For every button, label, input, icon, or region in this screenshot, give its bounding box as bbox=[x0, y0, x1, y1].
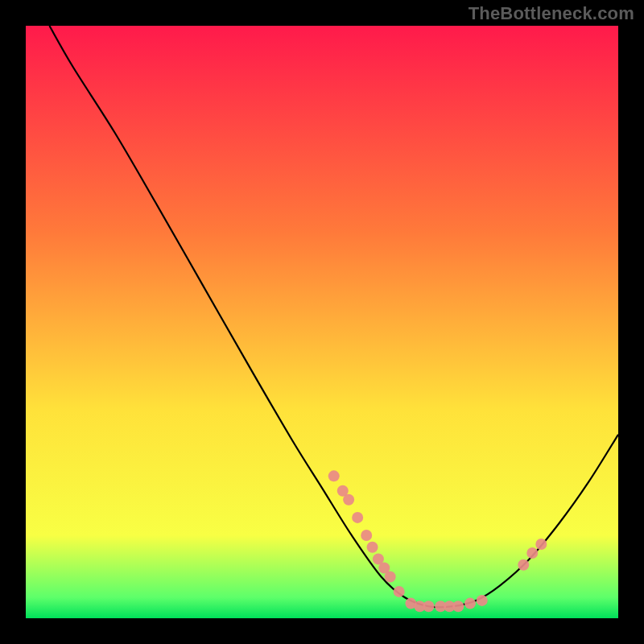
data-marker bbox=[343, 494, 354, 506]
attribution-text: TheBottleneck.com bbox=[469, 3, 634, 24]
data-marker bbox=[352, 512, 363, 523]
data-marker bbox=[361, 530, 372, 541]
data-marker bbox=[394, 586, 405, 597]
data-marker bbox=[535, 539, 547, 550]
data-marker bbox=[526, 547, 538, 559]
data-marker bbox=[452, 601, 464, 612]
data-marker bbox=[477, 595, 488, 606]
data-marker bbox=[464, 598, 476, 609]
chart-svg bbox=[26, 26, 618, 618]
data-marker bbox=[518, 559, 529, 571]
plot-area bbox=[26, 26, 618, 618]
data-marker bbox=[328, 470, 340, 481]
data-marker bbox=[367, 542, 378, 553]
data-marker bbox=[385, 571, 396, 582]
data-marker bbox=[423, 601, 434, 612]
chart-container: TheBottleneck.com bbox=[0, 0, 644, 644]
gradient-background bbox=[26, 26, 618, 618]
